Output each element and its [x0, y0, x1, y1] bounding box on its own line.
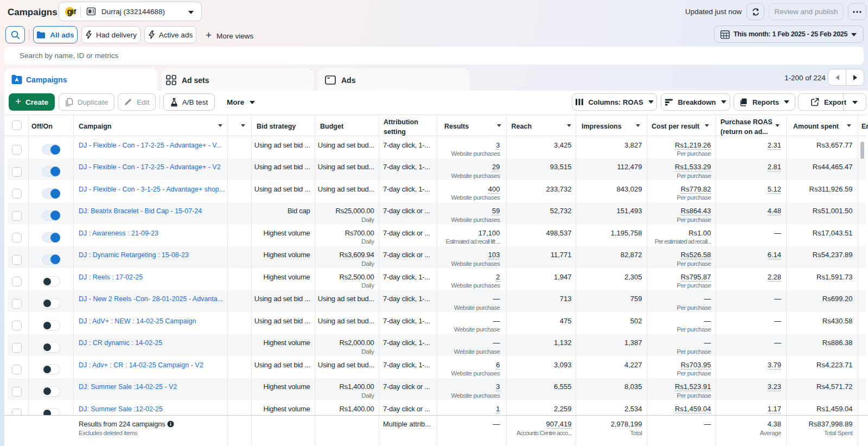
svg-text:if: if — [72, 8, 76, 16]
